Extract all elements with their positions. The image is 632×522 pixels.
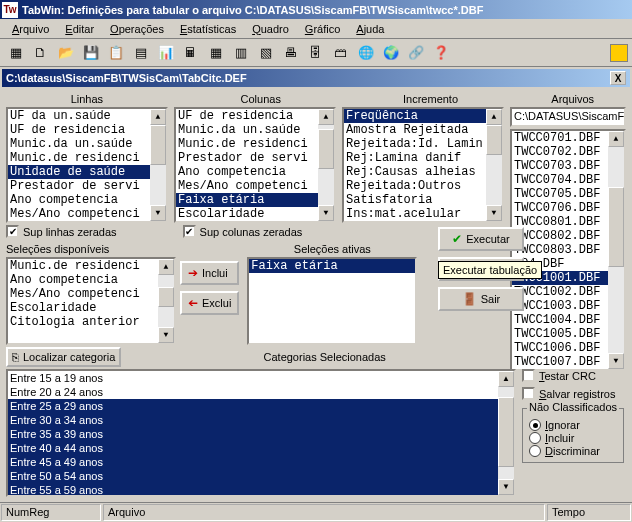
tool-new-icon[interactable]: 🗋 [29, 42, 52, 64]
scrollbar[interactable]: ▲ ▼ [158, 259, 174, 343]
tool-db1-icon[interactable]: 🗄 [304, 42, 327, 64]
list-item[interactable]: Faixa etária [249, 259, 415, 273]
scroll-down-icon[interactable]: ▼ [150, 205, 166, 221]
list-item[interactable]: Entre 30 a 34 anos [8, 413, 514, 427]
menu-ajuda[interactable]: Ajuda [348, 21, 392, 37]
tool-columns-icon[interactable]: ▧ [254, 42, 277, 64]
scroll-down-icon[interactable]: ▼ [158, 327, 174, 343]
listbox-colunas[interactable]: UF de residenciaMunic.da un.saúdeMunic.d… [174, 107, 336, 223]
list-item[interactable]: Unidade de saúde [8, 165, 166, 179]
list-item[interactable]: Amostra Rejeitada [344, 123, 502, 137]
list-item[interactable]: Mes/Ano competenci [8, 207, 166, 221]
list-item[interactable]: Munic.de residenci [8, 259, 174, 273]
list-item[interactable]: Escolaridade [176, 207, 334, 221]
tool-calc-icon[interactable]: 🖩 [179, 42, 202, 64]
list-item[interactable]: Prestador de servi [8, 179, 166, 193]
list-item[interactable]: UF da un.saúde [8, 109, 166, 123]
list-item[interactable]: Ins:mat.acelular [344, 207, 502, 221]
scroll-up-icon[interactable]: ▲ [318, 109, 334, 125]
scroll-down-icon[interactable]: ▼ [318, 205, 334, 221]
scroll-up-icon[interactable]: ▲ [498, 371, 514, 387]
list-item[interactable]: Mes/Ano competenci [8, 287, 174, 301]
list-item[interactable]: Munic.da un.saúde [8, 137, 166, 151]
menu-grafico[interactable]: Gráfico [297, 21, 348, 37]
list-item[interactable]: Entre 15 a 19 anos [8, 371, 514, 385]
check-salvar-registros[interactable]: Salvar registros [522, 387, 615, 400]
list-item[interactable]: Entre 25 a 29 anos [8, 399, 514, 413]
menu-quadro[interactable]: Quadro [244, 21, 297, 37]
listbox-incremento[interactable]: FreqüênciaAmostra RejeitadaRejeitada:Id.… [342, 107, 504, 223]
scroll-down-icon[interactable]: ▼ [498, 479, 514, 495]
tool-save-icon[interactable]: 💾 [79, 42, 102, 64]
tool-db2-icon[interactable]: 🗃 [329, 42, 352, 64]
executar-button[interactable]: ✔ Executar [438, 227, 524, 251]
arquivos-path-input[interactable]: C:\DATASUS\SiscamFB\T [510, 107, 626, 127]
listbox-categorias[interactable]: Entre 15 a 19 anosEntre 20 a 24 anosEntr… [6, 369, 516, 497]
list-item[interactable]: Entre 45 a 49 anos [8, 455, 514, 469]
radio-ignorar[interactable]: Ignorar [529, 419, 617, 431]
listbox-selecoes-disponiveis[interactable]: Munic.de residenciAno competenciaMes/Ano… [6, 257, 176, 345]
inclui-button[interactable]: ➔ Inclui [180, 261, 239, 285]
tool-print-icon[interactable]: 🖶 [279, 42, 302, 64]
list-item[interactable]: Munic.de residenci [176, 137, 334, 151]
scrollbar[interactable]: ▲ ▼ [486, 109, 502, 221]
list-item[interactable]: Entre 50 a 54 anos [8, 469, 514, 483]
list-item[interactable]: Citologia anterior [8, 315, 174, 329]
scroll-down-icon[interactable]: ▼ [486, 205, 502, 221]
tool-layout-icon[interactable]: ▥ [229, 42, 252, 64]
menu-operacoes[interactable]: Operações [102, 21, 172, 37]
menu-arquivo[interactable]: Arquivo [4, 21, 57, 37]
scrollbar[interactable]: ▲ ▼ [150, 109, 166, 221]
list-item[interactable]: Munic.da un.saúde [176, 123, 334, 137]
tool-open-icon[interactable]: 📂 [54, 42, 77, 64]
list-item[interactable]: Munic.de residenci [8, 151, 166, 165]
tool-grid-icon[interactable]: ▦ [204, 42, 227, 64]
close-icon[interactable]: X [610, 71, 626, 85]
list-item[interactable]: Ano competencia [176, 165, 334, 179]
list-item[interactable]: Entre 40 a 44 anos [8, 441, 514, 455]
exclui-button[interactable]: ➔ Exclui [180, 291, 239, 315]
list-item[interactable]: Freqüência [344, 109, 502, 123]
tool-map-icon[interactable]: 🌐 [354, 42, 377, 64]
localizar-categoria-button[interactable]: ⎘ Localizar categoria [6, 347, 121, 367]
list-item[interactable]: UF de residencia [8, 123, 166, 137]
listbox-selecoes-ativas[interactable]: Faixa etária [247, 257, 417, 345]
scrollbar[interactable]: ▲ ▼ [498, 371, 514, 495]
list-item[interactable]: Rejeitada:Id. Lamin [344, 137, 502, 151]
list-item[interactable]: UF de residencia [176, 109, 334, 123]
menu-estatisticas[interactable]: Estatísticas [172, 21, 244, 37]
check-testar-crc[interactable]: Testar CRC [522, 369, 596, 382]
list-item[interactable]: Faixa etária [176, 193, 334, 207]
tool-browser-icon[interactable]: 🌍 [379, 42, 402, 64]
tool-copy-icon[interactable]: 📋 [104, 42, 127, 64]
list-item[interactable]: Rej:Lamina danif [344, 151, 502, 165]
list-item[interactable]: Entre 20 a 24 anos [8, 385, 514, 399]
list-item[interactable]: Ano competencia [8, 193, 166, 207]
scroll-up-icon[interactable]: ▲ [150, 109, 166, 125]
tool-chart-icon[interactable]: 📊 [154, 42, 177, 64]
tool-help-icon[interactable]: ❓ [429, 42, 452, 64]
scroll-up-icon[interactable]: ▲ [486, 109, 502, 125]
list-item[interactable]: Entre 55 a 59 anos [8, 483, 514, 497]
tool-run-icon[interactable]: ▦ [4, 42, 27, 64]
list-item[interactable]: Escolaridade [8, 301, 174, 315]
menu-editar[interactable]: Editar [57, 21, 102, 37]
check-sup-colunas[interactable]: ✔ Sup colunas zeradas [183, 225, 303, 238]
sair-button[interactable]: 🚪 Sair [438, 287, 524, 311]
list-item[interactable]: Entre 35 a 39 anos [8, 427, 514, 441]
scroll-up-icon[interactable]: ▲ [608, 131, 624, 147]
scrollbar[interactable]: ▲ ▼ [318, 109, 334, 221]
list-item[interactable]: Rej:Causas alheias [344, 165, 502, 179]
list-item[interactable]: Prestador de servi [176, 151, 334, 165]
tool-table-icon[interactable]: ▤ [129, 42, 152, 64]
list-item[interactable]: Mes/Ano competenci [176, 179, 334, 193]
listbox-linhas[interactable]: UF da un.saúdeUF de residenciaMunic.da u… [6, 107, 168, 223]
tool-link-icon[interactable]: 🔗 [404, 42, 427, 64]
scroll-up-icon[interactable]: ▲ [158, 259, 174, 275]
radio-discriminar[interactable]: Discriminar [529, 445, 617, 457]
list-item[interactable]: Satisfatoria [344, 193, 502, 207]
list-item[interactable]: Rejeitada:Outros [344, 179, 502, 193]
check-sup-linhas[interactable]: ✔ Sup linhas zeradas [6, 225, 117, 238]
scroll-down-icon[interactable]: ▼ [608, 353, 624, 369]
radio-incluir[interactable]: Incluir [529, 432, 617, 444]
